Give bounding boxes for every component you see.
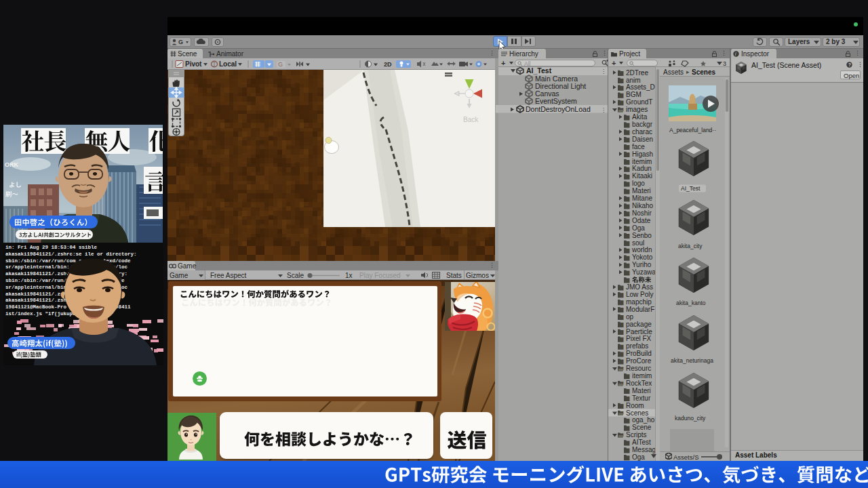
svg-text:anim: anim (626, 77, 641, 84)
svg-text:ModularF: ModularF (626, 306, 654, 313)
svg-text:Scene: Scene (632, 424, 652, 431)
svg-text:Oga: Oga (632, 453, 645, 461)
svg-text:Oga: Oga (632, 224, 645, 232)
svg-text:Yokoto: Yokoto (632, 253, 653, 261)
svg-text:soul: soul (632, 239, 644, 247)
svg-text:kaduno_city: kaduno_city (675, 415, 706, 422)
svg-text:mapchip: mapchip (626, 298, 652, 306)
svg-text:charac: charac (632, 128, 652, 136)
svg-text:op: op (626, 313, 634, 321)
svg-text:Kitaaki: Kitaaki (632, 172, 652, 180)
svg-text:package: package (626, 321, 652, 328)
svg-text:Nikaho: Nikaho (632, 202, 654, 209)
svg-text:oga_ho: oga_ho (632, 416, 655, 424)
svg-text:3: 3 (723, 60, 726, 67)
svg-text:Pivot: Pivot (185, 60, 202, 68)
svg-text:Noshir: Noshir (632, 209, 652, 217)
svg-text:Scripts: Scripts (626, 431, 647, 439)
svg-text:A_peaceful_land··: A_peaceful_land·· (669, 127, 716, 134)
svg-text:itemim: itemim (632, 158, 652, 165)
svg-text:JMO Ass: JMO Ass (626, 283, 653, 291)
svg-text:Yuzawa: Yuzawa (632, 268, 655, 276)
svg-text:EventSystem: EventSystem (535, 97, 577, 105)
svg-text:ProBuild: ProBuild (626, 350, 652, 357)
svg-text:?: ? (848, 62, 851, 67)
svg-text:Daisen: Daisen (632, 136, 653, 143)
svg-text:Textur: Textur (632, 394, 651, 402)
svg-text:RockTex: RockTex (626, 380, 652, 387)
svg-text:Yuriho: Yuriho (632, 261, 652, 268)
svg-text:⋮: ⋮ (601, 68, 606, 75)
svg-text:GroundT: GroundT (626, 98, 652, 106)
svg-text:images: images (626, 106, 648, 113)
svg-text:akita_city: akita_city (678, 243, 703, 249)
svg-text:Messag: Messag (632, 446, 655, 453)
svg-text:prefabs: prefabs (626, 342, 648, 350)
svg-text:ORK: ORK (5, 161, 19, 168)
svg-text:Materi: Materi (632, 387, 651, 394)
svg-text:face: face (632, 143, 645, 150)
svg-text:worldn: worldn (631, 246, 652, 253)
svg-text:Assets_D: Assets_D (626, 83, 655, 91)
svg-text:Senbo: Senbo (632, 232, 652, 239)
svg-text:AI_Test: AI_Test (526, 67, 552, 75)
svg-text:AI_Test: AI_Test (681, 185, 701, 192)
svg-text:G: G (278, 61, 283, 68)
svg-text:Akita: Akita (632, 113, 648, 121)
svg-text:Paerticle: Paerticle (626, 328, 652, 336)
svg-text:Higash: Higash (632, 150, 653, 158)
svg-text:2D: 2D (384, 61, 392, 68)
svg-text:Odate: Odate (632, 217, 651, 224)
svg-text:⋮: ⋮ (601, 107, 606, 113)
svg-text:AITest: AITest (632, 439, 651, 446)
svg-text:logo: logo (632, 180, 645, 187)
svg-text:G: G (178, 39, 183, 45)
svg-text:Pixel FX: Pixel FX (626, 335, 652, 342)
svg-text:Materi: Materi (632, 187, 651, 195)
svg-text:akita_neturinaga: akita_neturinaga (671, 357, 713, 364)
svg-text:itemim: itemim (632, 372, 652, 380)
svg-text:akita_kanto: akita_kanto (676, 300, 706, 306)
svg-text:Back: Back (463, 116, 479, 123)
svg-text:Local: Local (219, 60, 237, 68)
svg-text:backgr: backgr (632, 121, 653, 128)
svg-text:DontDestroyOnLoad: DontDestroyOnLoad (526, 105, 591, 113)
svg-text:Kadun: Kadun (632, 165, 652, 172)
svg-text:Resourc: Resourc (626, 365, 651, 372)
svg-text:BGM: BGM (626, 91, 642, 98)
svg-text:Mitane: Mitane (632, 195, 652, 202)
svg-text:2DTree: 2DTree (626, 69, 648, 77)
svg-text:Room: Room (626, 402, 644, 409)
svg-text:Scenes: Scenes (626, 409, 648, 417)
svg-text:ProCore: ProCore (626, 357, 652, 365)
svg-text:Low Poly: Low Poly (626, 291, 654, 298)
